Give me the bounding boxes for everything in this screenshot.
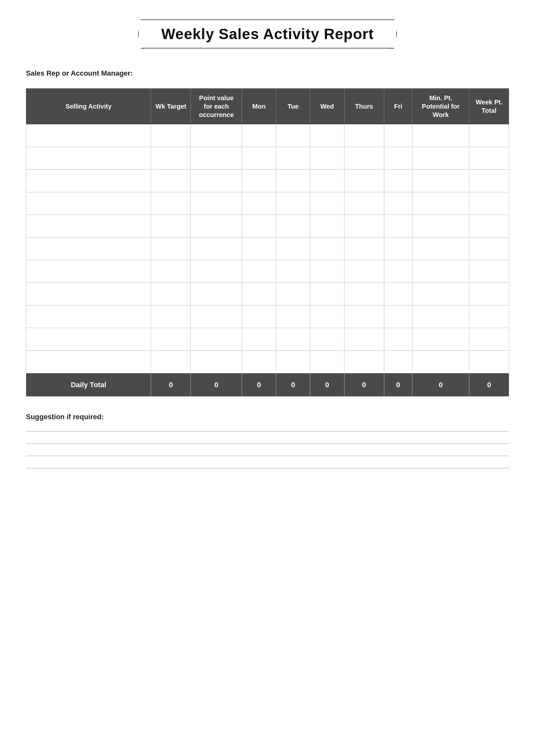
table-cell-3-6[interactable] [344, 192, 384, 215]
table-cell-10-6[interactable] [344, 351, 384, 373]
table-cell-4-0[interactable] [26, 215, 151, 237]
table-cell-1-9[interactable] [469, 147, 509, 170]
table-cell-9-6[interactable] [344, 328, 384, 351]
table-cell-4-7[interactable] [384, 215, 412, 237]
table-cell-1-8[interactable] [412, 147, 469, 170]
table-cell-3-0[interactable] [26, 192, 151, 215]
table-cell-2-0[interactable] [26, 170, 151, 192]
table-cell-2-2[interactable] [191, 170, 242, 192]
table-cell-9-1[interactable] [151, 328, 191, 351]
table-cell-8-3[interactable] [242, 306, 276, 328]
table-cell-2-7[interactable] [384, 170, 412, 192]
table-cell-3-1[interactable] [151, 192, 191, 215]
table-cell-5-6[interactable] [344, 237, 384, 260]
table-cell-2-6[interactable] [344, 170, 384, 192]
table-cell-1-1[interactable] [151, 147, 191, 170]
table-cell-5-2[interactable] [191, 237, 242, 260]
table-cell-0-3[interactable] [242, 124, 276, 147]
table-cell-10-3[interactable] [242, 351, 276, 373]
table-cell-7-4[interactable] [276, 283, 310, 306]
table-cell-5-5[interactable] [310, 237, 344, 260]
table-cell-6-4[interactable] [276, 260, 310, 283]
table-cell-6-3[interactable] [242, 260, 276, 283]
table-cell-4-1[interactable] [151, 215, 191, 237]
table-cell-3-5[interactable] [310, 192, 344, 215]
table-cell-7-6[interactable] [344, 283, 384, 306]
table-cell-2-9[interactable] [469, 170, 509, 192]
table-cell-3-9[interactable] [469, 192, 509, 215]
table-cell-10-9[interactable] [469, 351, 509, 373]
table-cell-9-9[interactable] [469, 328, 509, 351]
table-cell-1-5[interactable] [310, 147, 344, 170]
table-cell-0-0[interactable] [26, 124, 151, 147]
table-cell-4-5[interactable] [310, 215, 344, 237]
table-cell-0-6[interactable] [344, 124, 384, 147]
table-cell-9-3[interactable] [242, 328, 276, 351]
table-cell-2-3[interactable] [242, 170, 276, 192]
table-cell-1-7[interactable] [384, 147, 412, 170]
table-cell-4-6[interactable] [344, 215, 384, 237]
table-cell-9-2[interactable] [191, 328, 242, 351]
table-cell-9-0[interactable] [26, 328, 151, 351]
table-cell-9-5[interactable] [310, 328, 344, 351]
table-cell-2-1[interactable] [151, 170, 191, 192]
table-cell-10-1[interactable] [151, 351, 191, 373]
table-cell-8-2[interactable] [191, 306, 242, 328]
table-cell-7-1[interactable] [151, 283, 191, 306]
table-cell-6-2[interactable] [191, 260, 242, 283]
table-cell-4-2[interactable] [191, 215, 242, 237]
table-cell-9-7[interactable] [384, 328, 412, 351]
table-cell-4-8[interactable] [412, 215, 469, 237]
table-cell-9-4[interactable] [276, 328, 310, 351]
table-cell-10-5[interactable] [310, 351, 344, 373]
table-cell-6-0[interactable] [26, 260, 151, 283]
table-cell-3-7[interactable] [384, 192, 412, 215]
table-cell-3-2[interactable] [191, 192, 242, 215]
table-cell-1-3[interactable] [242, 147, 276, 170]
table-cell-0-9[interactable] [469, 124, 509, 147]
table-cell-8-8[interactable] [412, 306, 469, 328]
table-cell-6-5[interactable] [310, 260, 344, 283]
table-cell-8-4[interactable] [276, 306, 310, 328]
table-cell-8-0[interactable] [26, 306, 151, 328]
table-cell-7-7[interactable] [384, 283, 412, 306]
table-cell-0-2[interactable] [191, 124, 242, 147]
table-cell-3-4[interactable] [276, 192, 310, 215]
table-cell-7-3[interactable] [242, 283, 276, 306]
table-cell-10-7[interactable] [384, 351, 412, 373]
table-cell-1-2[interactable] [191, 147, 242, 170]
table-cell-10-0[interactable] [26, 351, 151, 373]
table-cell-5-9[interactable] [469, 237, 509, 260]
table-cell-8-9[interactable] [469, 306, 509, 328]
table-cell-3-8[interactable] [412, 192, 469, 215]
table-cell-0-8[interactable] [412, 124, 469, 147]
table-cell-1-0[interactable] [26, 147, 151, 170]
table-cell-4-3[interactable] [242, 215, 276, 237]
table-cell-0-7[interactable] [384, 124, 412, 147]
table-cell-6-1[interactable] [151, 260, 191, 283]
table-cell-7-0[interactable] [26, 283, 151, 306]
table-cell-0-1[interactable] [151, 124, 191, 147]
table-cell-10-2[interactable] [191, 351, 242, 373]
table-cell-1-4[interactable] [276, 147, 310, 170]
table-cell-4-4[interactable] [276, 215, 310, 237]
table-cell-10-4[interactable] [276, 351, 310, 373]
table-cell-0-5[interactable] [310, 124, 344, 147]
table-cell-7-5[interactable] [310, 283, 344, 306]
table-cell-6-9[interactable] [469, 260, 509, 283]
table-cell-5-4[interactable] [276, 237, 310, 260]
table-cell-5-0[interactable] [26, 237, 151, 260]
table-cell-6-8[interactable] [412, 260, 469, 283]
table-cell-6-7[interactable] [384, 260, 412, 283]
table-cell-5-8[interactable] [412, 237, 469, 260]
table-cell-6-6[interactable] [344, 260, 384, 283]
table-cell-2-8[interactable] [412, 170, 469, 192]
table-cell-2-4[interactable] [276, 170, 310, 192]
table-cell-2-5[interactable] [310, 170, 344, 192]
table-cell-8-5[interactable] [310, 306, 344, 328]
table-cell-9-8[interactable] [412, 328, 469, 351]
table-cell-8-7[interactable] [384, 306, 412, 328]
table-cell-5-7[interactable] [384, 237, 412, 260]
table-cell-8-1[interactable] [151, 306, 191, 328]
table-cell-8-6[interactable] [344, 306, 384, 328]
